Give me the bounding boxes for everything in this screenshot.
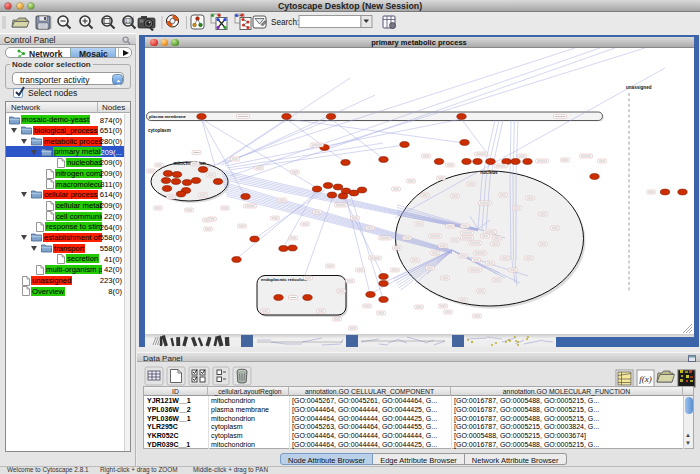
svg-text:Search:: Search: bbox=[271, 18, 299, 27]
svg-text:unassigned: unassigned bbox=[626, 84, 652, 89]
svg-text:f(x): f(x) bbox=[639, 374, 652, 384]
svg-text:1:1: 1:1 bbox=[125, 19, 131, 24]
svg-text:cytoplasm: cytoplasm bbox=[148, 128, 171, 133]
svg-text:mitochondrion: mitochondrion bbox=[173, 161, 205, 166]
svg-text:endoplasmic reticulum: endoplasmic reticulum bbox=[261, 277, 307, 282]
svg-text:plasma membrane: plasma membrane bbox=[149, 114, 186, 119]
